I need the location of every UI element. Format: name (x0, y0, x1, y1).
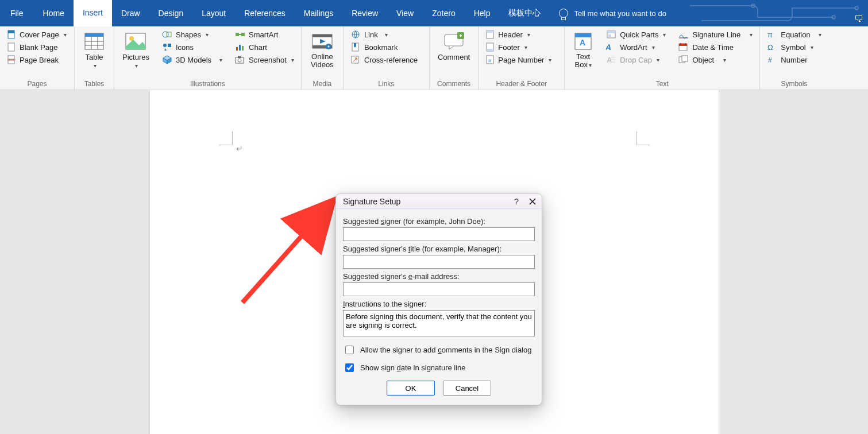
table-icon (84, 31, 105, 52)
allow-comments-checkbox[interactable] (345, 346, 354, 354)
link-icon (350, 30, 361, 39)
dialog-close-button[interactable] (529, 198, 536, 205)
cross-reference-button[interactable]: Cross-reference (347, 54, 421, 65)
page-break-button[interactable]: Page Break (3, 54, 70, 65)
pictures-button[interactable]: Pictures ▾ (118, 29, 154, 70)
symbol-button[interactable]: Ω Symbol▾ (763, 41, 824, 53)
label: Pictures (122, 53, 149, 61)
margin-corner-tl (219, 131, 233, 145)
group-label: Comments (433, 79, 474, 90)
header-button[interactable]: Header▾ (482, 29, 555, 40)
tab-templates[interactable]: 模板中心 (499, 0, 550, 26)
chart-button[interactable]: Chart (232, 41, 298, 53)
svg-marker-16 (164, 48, 167, 51)
ok-button[interactable]: OK (387, 381, 435, 396)
label: Cover Page (20, 30, 59, 39)
svg-rect-6 (8, 56, 14, 59)
text-box-icon: A (573, 31, 593, 52)
date-time-button[interactable]: Date & Time (675, 41, 756, 53)
tab-references[interactable]: References (235, 0, 295, 26)
signer-email-label: Suggested signer's e-mail address: (343, 272, 535, 281)
group-links: Link▾ Bookmark Cross-reference Links (344, 26, 430, 90)
label: TextBox (575, 52, 591, 69)
svg-text:#: # (488, 58, 491, 64)
tell-me-search[interactable]: Tell me what you want to do (550, 0, 675, 26)
suggested-signer-input[interactable] (343, 227, 535, 241)
drop-cap-icon: A (606, 55, 616, 64)
footer-button[interactable]: Footer▾ (482, 41, 555, 53)
equation-button[interactable]: π Equation▾ (763, 29, 824, 40)
instructions-textarea[interactable]: Before signing this document, verify tha… (343, 310, 535, 336)
drop-cap-button: A Drop Cap▾ (603, 54, 669, 65)
label: Quick Parts (620, 30, 658, 39)
group-label: Symbols (763, 79, 824, 90)
label: WordArt (620, 43, 647, 52)
label: Signature Line (692, 30, 740, 39)
page-number-button[interactable]: # Page Number▾ (482, 54, 555, 65)
margin-corner-tr (636, 131, 650, 145)
tab-help[interactable]: Help (465, 0, 500, 26)
comment-button[interactable]: Comment (433, 29, 474, 63)
group-comments: Comment Comments (430, 26, 479, 90)
tab-home[interactable]: Home (34, 0, 74, 26)
svg-text:Ω: Ω (767, 43, 773, 52)
header-icon (485, 30, 495, 39)
show-date-checkbox[interactable] (345, 363, 354, 372)
number-button[interactable]: # Number (763, 54, 824, 65)
signer-email-input[interactable] (343, 282, 535, 296)
cancel-button[interactable]: Cancel (443, 381, 491, 396)
tab-draw[interactable]: Draw (112, 0, 149, 26)
dialog-titlebar[interactable]: Signature Setup ? (336, 194, 542, 209)
3d-models-button[interactable]: 3D Models▾ (159, 54, 226, 65)
table-button[interactable]: Table ▾ (78, 29, 110, 70)
suggested-signer-label: Suggested signer (for example, John Doe)… (343, 217, 535, 226)
smartart-button[interactable]: SmartArt (232, 29, 298, 40)
tab-file[interactable]: File (0, 0, 34, 26)
group-label: Illustrations (118, 79, 298, 90)
text-box-button[interactable]: A TextBox▾ (568, 29, 598, 71)
svg-rect-38 (487, 49, 493, 51)
smartart-icon (235, 30, 245, 39)
svg-rect-52 (682, 56, 688, 61)
label: Shapes (176, 30, 201, 39)
quick-parts-button[interactable]: Quick Parts▾ (603, 29, 669, 40)
bookmark-button[interactable]: Bookmark (347, 41, 421, 53)
bookmark-icon (350, 42, 361, 52)
label: Footer (498, 43, 520, 52)
tab-layout[interactable]: Layout (192, 0, 235, 26)
cover-page-button[interactable]: Cover Page▾ (3, 29, 70, 40)
tab-mailings[interactable]: Mailings (295, 0, 342, 26)
tab-design[interactable]: Design (149, 0, 193, 26)
chart-icon (235, 42, 245, 52)
online-videos-button[interactable]: OnlineVideos (305, 29, 340, 71)
group-label: Media (305, 79, 340, 90)
dialog-title: Signature Setup (343, 197, 400, 206)
object-button[interactable]: Object▾ (675, 54, 756, 65)
group-pages: Cover Page▾ Blank Page Page Break Pages (0, 26, 75, 90)
tab-zotero[interactable]: Zotero (423, 0, 464, 26)
icons-button[interactable]: Icons (159, 41, 226, 53)
shapes-button[interactable]: Shapes▾ (159, 29, 226, 40)
dialog-help-button[interactable]: ? (514, 196, 519, 206)
tab-view[interactable]: View (387, 0, 423, 26)
label: OnlineVideos (311, 52, 334, 69)
tab-review[interactable]: Review (342, 0, 387, 26)
screenshot-button[interactable]: Screenshot▾ (232, 54, 298, 65)
signature-line-button[interactable]: Signature Line▾ (675, 29, 756, 40)
svg-text:A: A (606, 42, 612, 52)
group-label: Links (347, 79, 426, 90)
wordart-button[interactable]: A WordArt▾ (603, 41, 669, 53)
signer-title-input[interactable] (343, 255, 535, 269)
comments-pane-icon[interactable]: 🗨 (854, 14, 863, 24)
svg-rect-36 (487, 30, 493, 33)
group-label: Pages (3, 79, 71, 90)
link-button[interactable]: Link▾ (347, 29, 421, 40)
label: Blank Page (20, 43, 58, 52)
object-icon (678, 55, 689, 64)
shapes-icon (162, 30, 172, 39)
label: Number (781, 56, 807, 64)
blank-page-button[interactable]: Blank Page (3, 41, 70, 53)
label: Drop Cap (620, 56, 652, 64)
svg-point-1 (832, 16, 835, 19)
tab-insert[interactable]: Insert (74, 0, 112, 26)
